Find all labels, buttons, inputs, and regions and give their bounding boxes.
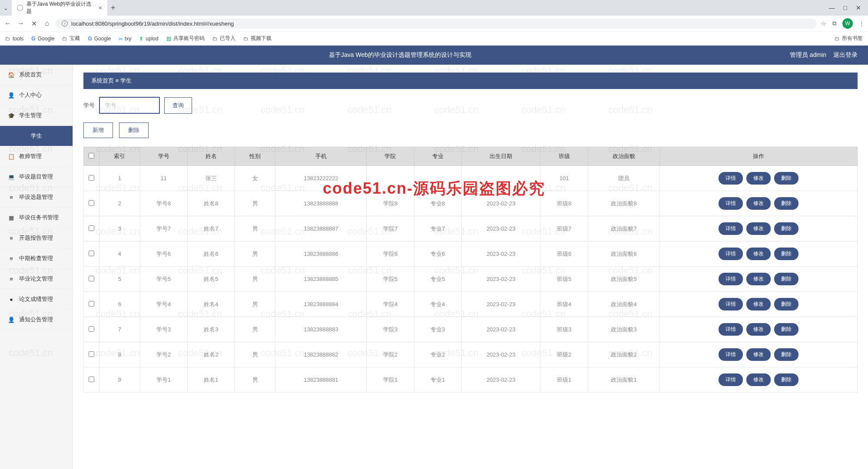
bookmark-item[interactable]: ▤共享账号密码	[166, 35, 205, 42]
sidebar-item-7[interactable]: ▦毕设任务书管理	[0, 208, 73, 228]
bookmark-item[interactable]: 🗀已导入	[212, 35, 235, 42]
edit-button[interactable]: 修改	[746, 222, 771, 235]
sidebar-item-9[interactable]: ≡中期检查管理	[0, 248, 73, 269]
cell-name: 姓名3	[187, 317, 235, 342]
cell-phone: 13823222222	[275, 166, 367, 191]
sidebar-item-6[interactable]: ≡毕设选题管理	[0, 187, 73, 208]
user-label[interactable]: 管理员 admin	[790, 51, 826, 59]
bookmark-item[interactable]: GGoogle	[31, 36, 54, 42]
url-field[interactable]: i localhost:8080/springboot96r19/admin/d…	[56, 19, 817, 29]
row-checkbox[interactable]	[89, 351, 94, 357]
edit-button[interactable]: 修改	[746, 172, 771, 185]
star-icon[interactable]: ☆	[821, 20, 826, 27]
cell-ops: 详情修改删除	[660, 241, 858, 267]
cell-name: 姓名7	[187, 216, 235, 241]
detail-button[interactable]: 详情	[719, 373, 743, 386]
close-icon[interactable]: ×	[99, 4, 102, 11]
edit-button[interactable]: 修改	[746, 323, 771, 336]
detail-button[interactable]: 详情	[719, 348, 743, 361]
row-checkbox[interactable]	[89, 377, 94, 382]
sidebar-item-2[interactable]: 🎓学生管理	[0, 106, 73, 126]
new-tab-button[interactable]: +	[111, 3, 116, 13]
delete-button[interactable]: 删除	[119, 122, 149, 138]
tab-dropdown-icon[interactable]: ⌄	[3, 5, 8, 11]
sidebar-item-3[interactable]: 学生	[0, 126, 73, 146]
edit-button[interactable]: 修改	[746, 373, 771, 386]
site-info-icon[interactable]: i	[62, 20, 68, 26]
bookmark-item[interactable]: 🗀宝藏	[62, 35, 80, 42]
row-delete-button[interactable]: 删除	[774, 172, 798, 185]
sidebar-item-8[interactable]: ≡开题报告管理	[0, 228, 73, 248]
breadcrumb-home[interactable]: 系统首页	[91, 77, 114, 84]
kebab-icon[interactable]: ⋮	[859, 20, 865, 27]
detail-button[interactable]: 详情	[719, 197, 743, 210]
row-delete-button[interactable]: 删除	[774, 298, 798, 310]
edit-button[interactable]: 修改	[746, 197, 771, 210]
cell-index: 9	[99, 367, 140, 393]
home-icon[interactable]: ⌂	[43, 20, 51, 27]
add-button[interactable]: 新增	[83, 122, 113, 138]
edit-button[interactable]: 修改	[746, 348, 771, 361]
row-checkbox[interactable]	[89, 225, 94, 231]
sidebar-item-10[interactable]: ≡毕业论文管理	[0, 269, 73, 289]
select-all-checkbox[interactable]	[89, 153, 94, 159]
sidebar-item-4[interactable]: 📋教师管理	[0, 146, 73, 167]
row-delete-button[interactable]: 删除	[774, 373, 798, 386]
row-checkbox[interactable]	[89, 175, 94, 181]
row-checkbox[interactable]	[89, 301, 94, 307]
bookmark-item[interactable]: 🗀tools	[5, 36, 23, 42]
cell-pol: 政治面貌6	[588, 241, 660, 267]
row-delete-button[interactable]: 删除	[774, 348, 798, 361]
sidebar-item-12[interactable]: 👤通知公告管理	[0, 310, 73, 330]
sidebar-item-5[interactable]: 💻毕设题目管理	[0, 167, 73, 187]
browser-tab[interactable]: 基于Java Web的毕业设计选题 ×	[12, 0, 107, 18]
detail-button[interactable]: 详情	[719, 273, 743, 285]
edit-button[interactable]: 修改	[746, 298, 771, 310]
maximize-icon[interactable]: □	[844, 4, 847, 11]
row-delete-button[interactable]: 删除	[774, 323, 798, 336]
detail-button[interactable]: 详情	[719, 248, 743, 260]
detail-button[interactable]: 详情	[719, 323, 743, 336]
menu-label: 论文成绩管理	[19, 295, 53, 303]
cell-birth: 2023-02-23	[461, 292, 540, 317]
row-delete-button[interactable]: 删除	[774, 222, 798, 235]
bookmark-item[interactable]: ∞txy	[119, 36, 131, 42]
app-title: 基于Java Web的毕业设计选题管理系统的设计与实现	[10, 51, 790, 59]
detail-button[interactable]: 详情	[719, 172, 743, 185]
search-input[interactable]	[99, 97, 160, 114]
all-bookmarks[interactable]: 🗀所有书签	[835, 35, 863, 42]
sidebar-item-11[interactable]: ●论文成绩管理	[0, 289, 73, 310]
bookmark-item[interactable]: ⬆uplod	[139, 36, 158, 42]
stop-icon[interactable]: ✕	[30, 20, 38, 28]
detail-button[interactable]: 详情	[719, 222, 743, 235]
table-head: 索引学号姓名性别手机学院专业出生日期班级政治面貌操作	[84, 147, 858, 166]
forward-icon[interactable]: →	[17, 20, 25, 27]
edit-button[interactable]: 修改	[746, 273, 771, 285]
row-checkbox[interactable]	[89, 276, 94, 281]
table-row: 7学号3姓名3男13823888883学院3专业32023-02-23班级3政治…	[84, 317, 858, 342]
back-icon[interactable]: ←	[3, 20, 12, 27]
minimize-icon[interactable]: —	[829, 4, 835, 11]
row-delete-button[interactable]: 删除	[774, 273, 798, 285]
sidebar-item-0[interactable]: 🏠系统首页	[0, 65, 73, 85]
edit-button[interactable]: 修改	[746, 248, 771, 260]
bookmark-label: uplod	[146, 36, 158, 42]
cell-xh: 学号5	[140, 267, 187, 292]
logout-link[interactable]: 退出登录	[833, 51, 858, 59]
row-delete-button[interactable]: 删除	[774, 197, 798, 210]
row-checkbox[interactable]	[89, 326, 94, 332]
bookmark-item[interactable]: 🗀视频下载	[243, 35, 272, 42]
cell-ops: 详情修改删除	[660, 191, 858, 216]
detail-button[interactable]: 详情	[719, 298, 743, 310]
menu-icon: ▦	[8, 215, 15, 221]
sidebar-item-1[interactable]: 👤个人中心	[0, 85, 73, 106]
row-checkbox[interactable]	[89, 200, 94, 206]
profile-avatar[interactable]: W	[842, 18, 853, 29]
row-checkbox[interactable]	[89, 251, 94, 256]
row-delete-button[interactable]: 删除	[774, 248, 798, 260]
extension-icon[interactable]: ⧉	[832, 20, 836, 27]
bookmark-item[interactable]: GGoogle	[88, 36, 111, 42]
search-button[interactable]: 查询	[164, 97, 192, 114]
breadcrumb: 系统首页 ≡ 学生	[83, 73, 858, 89]
close-window-icon[interactable]: ✕	[856, 4, 861, 11]
